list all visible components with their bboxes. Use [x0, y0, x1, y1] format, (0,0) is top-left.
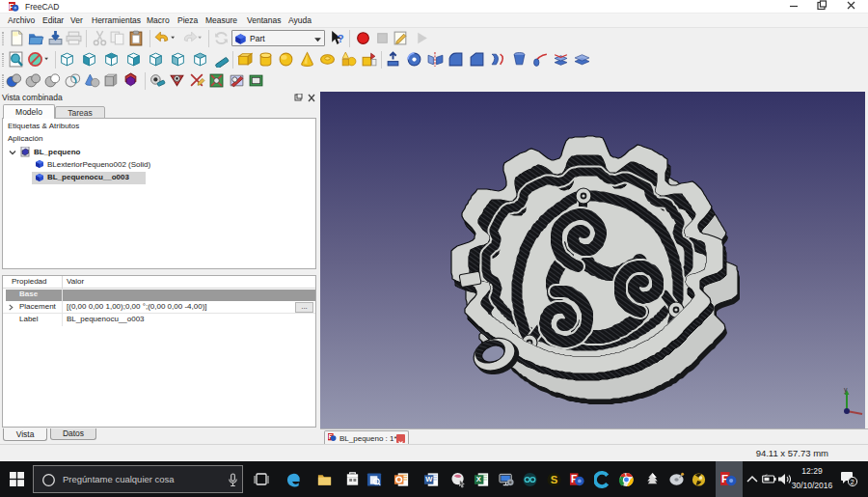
svg-text:S: S	[551, 474, 558, 485]
svg-text:y: y	[844, 386, 848, 394]
svg-text:2: 2	[851, 479, 854, 485]
svg-text:W: W	[425, 475, 433, 483]
svg-text:X: X	[476, 475, 481, 483]
